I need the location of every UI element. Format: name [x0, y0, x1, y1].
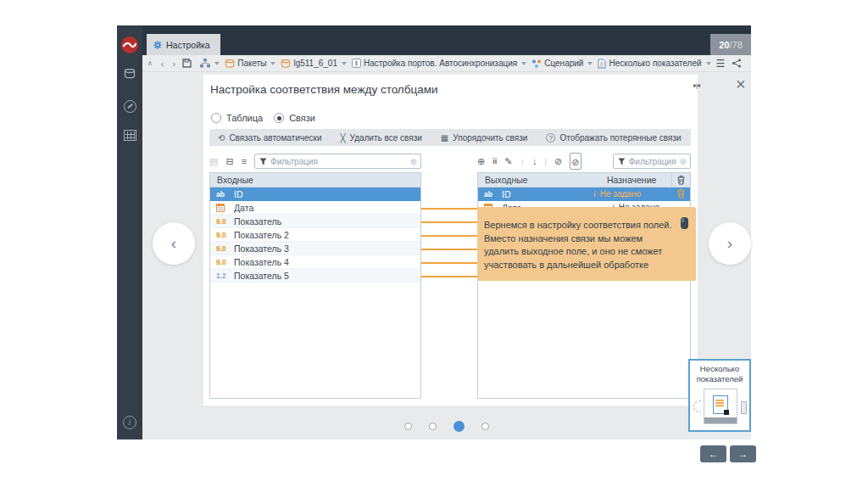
db-minus-icon[interactable]: ⊟	[225, 156, 233, 167]
move-down-icon[interactable]: ↓	[532, 156, 537, 166]
radio-links[interactable]: Связи	[274, 113, 315, 123]
tab-label: Настройка	[166, 40, 210, 50]
unlink-all-icon: ⊘	[571, 157, 579, 167]
package-icon	[225, 59, 235, 68]
node-card[interactable]: Несколько показателей	[688, 359, 751, 432]
table-row[interactable]: 31Дата	[210, 201, 420, 215]
carousel-prev-button[interactable]: ‹	[153, 222, 195, 265]
list-icon[interactable]: ≡	[242, 156, 247, 166]
type-icon: ab	[484, 190, 502, 199]
clear-filter-icon[interactable]: ⊗	[680, 157, 687, 166]
chevron-down-icon	[214, 62, 220, 65]
menu-icon[interactable]: ☰	[716, 58, 726, 70]
document-icon	[713, 395, 728, 414]
view-mode-radios: Таблица Связи	[211, 112, 315, 124]
share-icon[interactable]	[732, 59, 742, 68]
radio-table[interactable]: Таблица	[211, 113, 263, 123]
output-table-header: Выходные Назначение	[478, 173, 690, 188]
tab-settings[interactable]: Настройка	[147, 34, 220, 55]
table-row[interactable]: 1.2Показатель 5	[210, 269, 420, 283]
panel-title: Настройка соответствия между столбцами	[210, 83, 438, 96]
crumb-packages[interactable]: Пакеты	[225, 59, 275, 68]
crumb-ports[interactable]: Настройка портов. Автосинхронизация	[352, 59, 526, 68]
radio-label: Таблица	[226, 113, 263, 123]
edit-icon[interactable]: ✎	[504, 156, 512, 167]
radio-circle	[211, 113, 221, 123]
input-filter[interactable]: Фильтрация ⊗	[254, 154, 421, 169]
header-label: Входные	[217, 175, 253, 185]
arrange-links-button[interactable]: ▦Упорядочить связи	[441, 133, 528, 143]
show-lost-links-button[interactable]: ?Отображать потерянные связи	[546, 133, 681, 143]
radio-label: Связи	[289, 113, 315, 123]
header-label: Выходные	[485, 175, 593, 185]
table-icon[interactable]	[124, 130, 136, 141]
type-icon: 9.0	[216, 217, 234, 226]
add-field-icon[interactable]: ⊕	[477, 156, 485, 167]
delete-row-icon[interactable]	[671, 189, 690, 199]
pagination-dot[interactable]	[481, 423, 489, 430]
link-actions-bar: ⟲Связать автоматически ╳Удалить все связ…	[209, 129, 691, 146]
link-icon: ⟲	[218, 133, 225, 143]
nav-back-icon[interactable]: ‹	[161, 59, 164, 68]
calendar-icon: 31	[216, 204, 225, 212]
info-icon[interactable]: i	[123, 416, 136, 429]
connection-line	[421, 208, 477, 210]
nav-forward-icon[interactable]: ›	[173, 59, 176, 68]
pagination-dot[interactable]	[404, 423, 412, 430]
connection-line	[421, 221, 477, 223]
type-icon: 31	[216, 204, 234, 212]
close-icon[interactable]: ×	[736, 76, 746, 92]
pair-icon[interactable]: ii	[492, 157, 497, 165]
tutorial-tooltip: Вернемся в настройку соответствия полей.…	[477, 207, 696, 281]
carousel-next-button[interactable]: ›	[709, 222, 751, 265]
table-row[interactable]: ab ID iНе задано	[478, 188, 690, 201]
grid-icon: ▦	[441, 133, 448, 143]
tooltip-text: удалить выходное поле, и оно не сможет	[484, 245, 686, 259]
delete-column-icon[interactable]	[671, 173, 690, 187]
gauge-icon[interactable]	[124, 100, 136, 113]
unlink-all-toggle[interactable]: ⊘	[570, 153, 581, 170]
unlink-icon[interactable]: ⊘	[554, 156, 562, 167]
output-table-toolbar: ⊕ ii ✎ ↑ ↓ | ⊘ ⊘ Фильтрация ⊗	[477, 153, 691, 170]
scenario-icon	[531, 59, 542, 69]
button-label: Связать автоматически	[229, 133, 321, 143]
crumb-scenario[interactable]: Сценарий	[531, 59, 593, 69]
crumb-node[interactable]: Несколько показателей	[598, 59, 710, 69]
link-source-icon[interactable]: ▤	[209, 156, 218, 167]
connection-line	[421, 276, 477, 277]
gear-icon	[153, 41, 162, 49]
data-sources-icon[interactable]	[124, 69, 136, 79]
remove-all-links-button[interactable]: ╳Удалить все связи	[341, 133, 422, 143]
connection-line	[421, 249, 477, 250]
step-current: 20	[719, 40, 729, 50]
type-icon: 1.2	[216, 271, 234, 280]
row-label: Показатель 3	[234, 244, 289, 254]
table-row[interactable]: 9.0Показатель	[210, 215, 420, 228]
slide-prev-button[interactable]: ←	[700, 445, 726, 462]
move-up-icon[interactable]: ↑	[520, 156, 525, 166]
table-row[interactable]: 9.0Показатель 3	[210, 242, 420, 255]
hierarchy-menu[interactable]	[200, 59, 220, 68]
ports-icon	[352, 59, 361, 68]
header-label: Назначение	[593, 175, 671, 185]
pagination-dot[interactable]	[453, 421, 465, 432]
table-row[interactable]: 9.0Показатель 2	[210, 228, 420, 242]
output-filter[interactable]: Фильтрация ⊗	[613, 154, 691, 169]
clear-filter-icon[interactable]: ⊗	[410, 157, 417, 166]
app-logo-icon[interactable]	[121, 36, 138, 53]
node-output-port	[741, 401, 747, 414]
table-row[interactable]: 9.0Показатель 4	[210, 255, 420, 269]
save-icon[interactable]	[182, 59, 192, 68]
collapse-icon[interactable]: ▸|◂	[693, 81, 699, 89]
pagination-dot[interactable]	[429, 423, 437, 430]
screenshot-stage: { "colors": { "accent":"#4a90d9", "selec…	[0, 0, 868, 487]
table-row[interactable]: abID	[210, 188, 420, 201]
app-window: i Настройка 20/78 ∧ ‹ › Пакеты lg511_6_0…	[117, 25, 751, 439]
nav-up-icon[interactable]: ∧	[147, 59, 153, 67]
auto-link-button[interactable]: ⟲Связать автоматически	[218, 133, 322, 143]
chevron-down-icon	[706, 62, 711, 65]
sidebar: i	[117, 25, 142, 439]
slide-next-button[interactable]: →	[730, 445, 756, 462]
assign-value[interactable]: Не задано	[600, 189, 641, 199]
crumb-package-name[interactable]: lg511_6_01	[281, 59, 347, 68]
